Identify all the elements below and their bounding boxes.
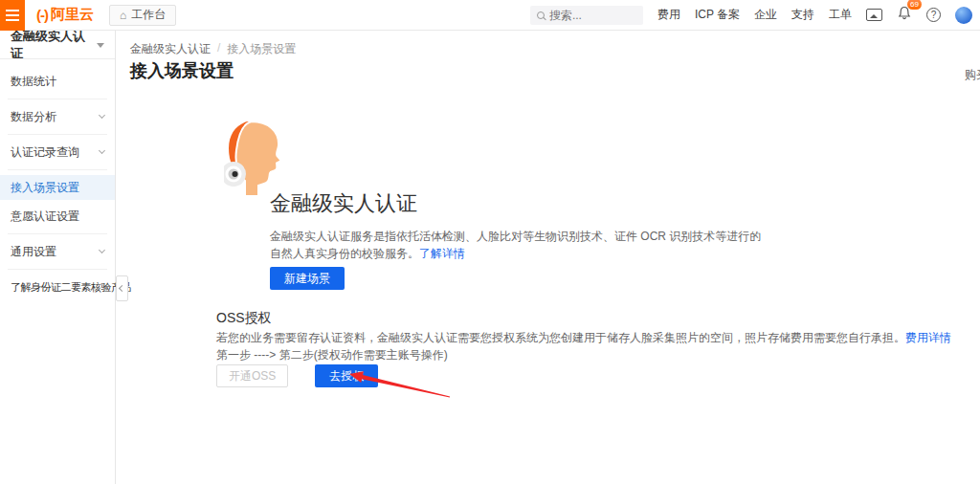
hero-title: 金融级实人认证 [270,189,417,218]
hamburger-menu-icon[interactable] [0,0,25,31]
workbench-tab[interactable]: ⌂ 工作台 [109,5,176,26]
sidebar-item-auth-records[interactable]: 认证记录查询 [0,140,115,165]
chevron-down-icon [99,112,105,119]
face-verification-illustration [224,120,287,196]
aliyun-logo-text: 阿里云 [51,6,94,24]
sidebar-divider [8,233,107,234]
oss-buttons-row: 开通OSS 去授权 [216,364,378,387]
search-icon [537,11,545,19]
home-icon: ⌂ [120,9,126,22]
topbar-menu-support[interactable]: 支持 [791,7,814,23]
breadcrumb: 金融级实人认证 / 接入场景设置 [130,41,296,57]
fee-details-link[interactable]: 费用详情 [905,331,951,344]
hero-description-line2: 自然人真实身份的校验服务。 [270,247,419,260]
sidebar-item-id-verification-product[interactable]: 了解身份证二要素核验产品 [0,275,115,299]
sidebar-divider [8,269,107,270]
hero-description-line1: 金融级实人认证服务是指依托活体检测、人脸比对等生物识别技术、证件 OCR 识别技… [270,230,761,243]
topbar-menu-enterprise[interactable]: 企业 [754,7,777,23]
sidebar-item-label: 接入场景设置 [11,180,79,196]
hero-description: 金融级实人认证服务是指依托活体检测、人脸比对等生物识别技术、证件 OCR 识别技… [270,228,761,262]
topbar-right-section: 费用 ICP 备案 企业 支持 工单 69 ? [530,0,980,31]
main-content: 金融级实人认证 / 接入场景设置 接入场景设置 购买 金融级实人认证 金融级实人… [117,31,980,484]
aliyun-logo-mark: (-) [36,7,48,23]
sidebar-divider [8,99,107,99]
breadcrumb-item-product[interactable]: 金融级实人认证 [130,41,211,57]
search-input[interactable] [549,9,631,22]
sidebar-product-switcher[interactable]: 金融级实人认证 [0,31,115,59]
sidebar-nav: 数据统计 数据分析 认证记录查询 接入场景设置 意愿认证设置 通用设置 了解身份… [0,59,115,299]
search-box[interactable] [530,6,643,25]
chevron-down-icon [99,147,105,154]
sidebar-title-label: 金融级实人认证 [11,28,91,62]
sidebar-collapse-button[interactable] [116,275,128,301]
notification-count-badge: 69 [907,0,922,10]
authorize-button[interactable]: 去授权 [315,364,378,387]
oss-steps-text: 第一步 ----> 第二步(授权动作需要主账号操作) [216,347,448,363]
topbar-menu-tickets[interactable]: 工单 [829,7,852,23]
sidebar-item-label: 了解身份证二要素核验产品 [11,280,131,295]
sidebar-item-label: 意愿认证设置 [11,209,79,225]
user-avatar[interactable] [955,7,972,24]
chevron-left-icon [119,285,125,292]
create-scene-button[interactable]: 新建场景 [270,267,345,290]
sidebar-item-willingness-auth[interactable]: 意愿认证设置 [0,204,115,229]
sidebar-item-data-statistics[interactable]: 数据统计 [0,69,115,94]
page-title: 接入场景设置 [130,59,234,82]
console-icon[interactable] [866,9,882,21]
chevron-down-icon [99,247,105,253]
breadcrumb-separator: / [217,41,220,57]
top-navigation-bar: (-) 阿里云 ⌂ 工作台 费用 ICP 备案 企业 支持 工单 69 ? [0,0,980,31]
oss-description: 若您的业务需要留存认证资料，金融级实人认证需要您授权系统为您创建用于储存人脸采集… [216,330,951,346]
open-oss-button[interactable]: 开通OSS [216,364,288,387]
sidebar-item-label: 通用设置 [11,244,56,260]
aliyun-logo[interactable]: (-) 阿里云 [36,6,94,24]
sidebar-item-data-analysis[interactable]: 数据分析 [0,104,115,129]
sidebar: 金融级实人认证 数据统计 数据分析 认证记录查询 接入场景设置 意愿认证设置 通… [0,31,116,484]
sidebar-divider [8,134,107,135]
oss-section-title: OSS授权 [216,310,272,327]
oss-description-text: 若您的业务需要留存认证资料，金融级实人认证需要您授权系统为您创建用于储存人脸采集… [216,331,905,344]
sidebar-divider [8,169,107,170]
help-icon[interactable]: ? [926,8,941,22]
sidebar-item-label: 数据分析 [11,109,56,125]
sidebar-item-general-settings[interactable]: 通用设置 [0,239,115,264]
buy-link[interactable]: 购买 [965,67,980,83]
sidebar-item-scene-settings[interactable]: 接入场景设置 [0,175,115,200]
learn-more-link[interactable]: 了解详情 [419,247,465,260]
notifications-button[interactable]: 69 [897,6,912,25]
topbar-menu-billing[interactable]: 费用 [657,7,680,23]
workbench-tab-label: 工作台 [131,7,166,23]
sidebar-item-label: 认证记录查询 [11,144,79,161]
breadcrumb-item-current: 接入场景设置 [227,41,296,57]
topbar-menu-icp[interactable]: ICP 备案 [695,7,740,23]
caret-down-icon [97,43,104,48]
sidebar-item-label: 数据统计 [11,74,56,90]
